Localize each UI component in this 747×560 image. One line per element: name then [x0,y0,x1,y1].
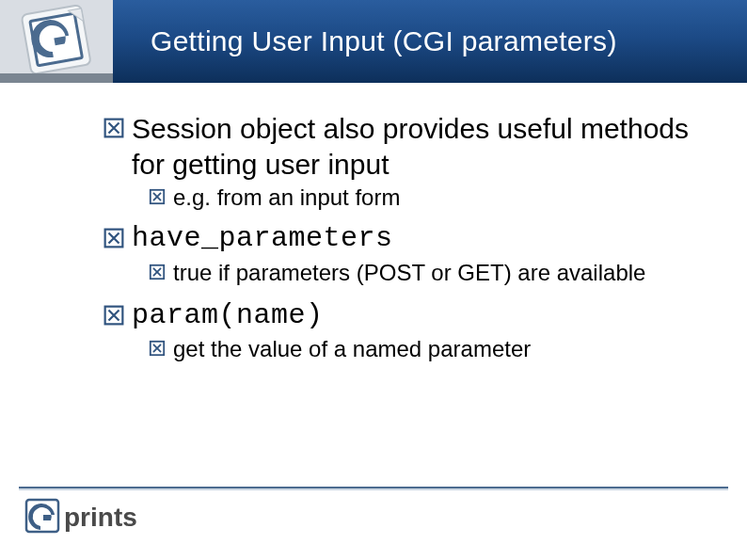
title-band: Getting User Input (CGI parameters) [113,0,747,83]
bullet-level1: have_parameters [103,221,691,257]
slide-header: Getting User Input (CGI parameters) [0,0,747,83]
bullet-text: have_parameters [132,221,393,257]
eprints-logo: prints [24,498,166,541]
bullet-level1: param(name) [103,298,691,334]
bullet-text: Session object also provides useful meth… [132,111,691,182]
sub-bullet-text: true if parameters (POST or GET) are ava… [173,259,645,287]
bullet-level1: Session object also provides useful meth… [103,111,691,182]
xbox-bullet-icon [149,188,166,205]
slide-title: Getting User Input (CGI parameters) [151,25,617,57]
xbox-bullet-icon [103,228,124,248]
xbox-bullet-icon [149,264,166,280]
sub-bullet-text: get the value of a named parameter [173,335,531,363]
bullet-level2: e.g. from an input form [149,184,691,212]
slide-footer: prints [0,487,747,543]
bullet-text: param(name) [132,298,324,334]
header-corner-image [0,0,113,83]
sub-bullet-text: e.g. from an input form [173,184,400,212]
bullet-level2: true if parameters (POST or GET) are ava… [149,259,691,287]
xbox-bullet-icon [149,340,166,357]
bullet-level2: get the value of a named parameter [149,335,691,363]
xbox-bullet-icon [103,305,124,326]
xbox-bullet-icon [103,118,124,138]
footer-divider-light [19,488,728,490]
svg-rect-3 [0,73,113,83]
slide-content: Session object also provides useful meth… [0,83,747,363]
logo-text: prints [64,503,137,532]
